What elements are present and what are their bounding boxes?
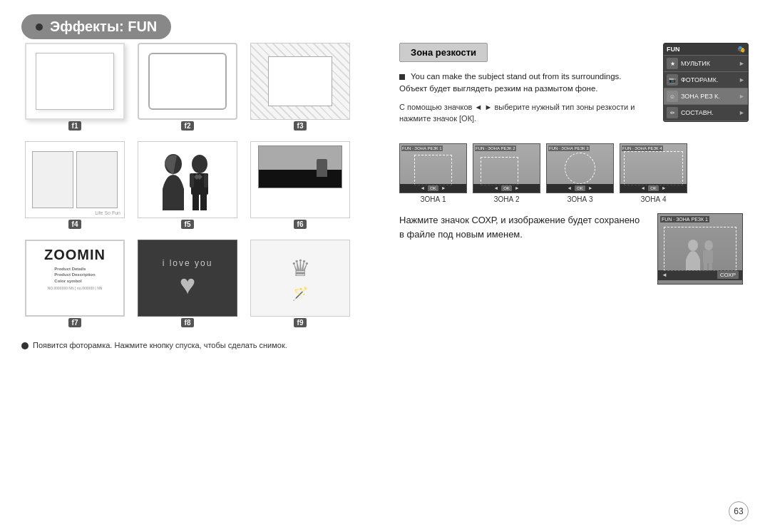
- final-save-btn[interactable]: СОХР: [717, 271, 739, 279]
- menu-item-multik[interactable]: ★ МУЛЬТИК ►: [664, 56, 748, 72]
- zone4-bottom-bar: ◄ OK ►: [620, 184, 687, 193]
- zone3-bg: FUN · ЗОНА РЕЗК 3 ◄ OK ►: [547, 144, 613, 193]
- page-container: Эффекты: FUN f1 f2: [0, 0, 770, 532]
- zone-caption-3: ЗОНА 3: [568, 195, 593, 203]
- svg-rect-5: [190, 173, 194, 188]
- zone-img-2: FUN · ЗОНА РЕЗК 2 ◄ OK ►: [473, 143, 540, 193]
- right-section: Зона резкости You can make the subject s…: [399, 43, 749, 285]
- zone-img-4: FUN · ЗОНА РЕЗК 4 ◄ OK ►: [620, 143, 687, 193]
- frame-label-f5: f5: [181, 220, 195, 229]
- zone3-arrow-right: ►: [588, 185, 593, 190]
- zones-row: FUN · ЗОНА РЕЗК 1 ◄ OK ► ЗОНА 1 FUN ·: [399, 143, 749, 203]
- frame-label-f1: f1: [68, 121, 82, 131]
- zone2-arrow-right: ►: [515, 185, 520, 190]
- zone3-ok-btn[interactable]: OK: [575, 185, 585, 191]
- menu-item-sostavhn[interactable]: ✏ СОСТАВН. ►: [664, 105, 748, 121]
- frame-box-f6: [250, 141, 350, 218]
- menu-label-photoframe: ФОТОРАМК.: [681, 76, 736, 83]
- zone2-arrow-left: ◄: [493, 185, 498, 190]
- frame-label-f4: f4: [68, 220, 82, 229]
- page-number: 63: [729, 501, 749, 521]
- header-dot: [36, 24, 43, 31]
- frame-label-f7: f7: [68, 318, 82, 327]
- photoframe-icon: 📷: [667, 74, 678, 86]
- menu-arrow-photoframe: ►: [739, 76, 745, 83]
- heart-decoration: i love you ♥: [163, 258, 213, 298]
- zone-item-2: FUN · ЗОНА РЕЗК 2 ◄ OK ► ЗОНА 2: [473, 143, 540, 203]
- frame-item-f1: f1: [21, 43, 128, 135]
- menu-item-zoneresk[interactable]: ☺ ЗОНА РЕЗ К. ►: [664, 88, 748, 105]
- zone-item-1: FUN · ЗОНА РЕЗК 1 ◄ OK ► ЗОНА 1: [399, 143, 467, 203]
- zone-item-4: FUN · ЗОНА РЕЗК 4 ◄ OK ► ЗОНА 4: [620, 143, 687, 203]
- page-title: Эффекты: FUN: [50, 19, 157, 35]
- frame-item-f6: f6: [247, 141, 354, 234]
- frame-label-f3: f3: [294, 121, 307, 131]
- zone4-dashed: [624, 151, 683, 185]
- save-section: Нажмите значок СОХР, и изображение будет…: [399, 213, 749, 285]
- frame-box-f8: i love you ♥: [138, 240, 237, 317]
- couple-silhouette: [138, 142, 237, 218]
- menu-label-multik: МУЛЬТИК: [681, 60, 736, 67]
- zone3-dashed-circle: [565, 153, 595, 184]
- sostavhn-icon: ✏: [667, 107, 678, 118]
- svg-rect-4: [200, 195, 207, 210]
- frame-label-f8: f8: [181, 318, 195, 327]
- frame-item-f5: f5: [134, 141, 241, 234]
- svg-rect-6: [204, 173, 208, 188]
- zone2-bottom-bar: ◄ OK ►: [473, 184, 540, 193]
- frame-box-f3: [250, 43, 350, 120]
- frame-box-f5: [138, 141, 237, 218]
- frame-item-f2: f2: [134, 43, 241, 135]
- menu-arrow-zoneresk: ►: [739, 93, 745, 100]
- header-bar: Эффекты: FUN: [21, 14, 171, 39]
- final-left-icon: ◄: [662, 272, 667, 278]
- final-top-text: FUN · ЗОНА РЕЗК 1: [660, 216, 709, 222]
- zone-img-1: FUN · ЗОНА РЕЗК 1 ◄ OK ►: [399, 143, 467, 193]
- frames-grid: f1 f2 f3: [21, 43, 371, 332]
- frame-item-f9: ♛ 🪄 f9: [247, 240, 354, 332]
- description-content: You can make the subject stand out from …: [399, 72, 622, 93]
- zone4-bg: FUN · ЗОНА РЕЗК 4 ◄ OK ►: [620, 144, 687, 193]
- zone2-ok-btn[interactable]: OK: [501, 185, 512, 191]
- bullet-icon: [21, 342, 29, 349]
- zone2-dashed: [481, 157, 518, 185]
- menu-arrow-sostavhn: ►: [739, 109, 745, 116]
- frame-box-f9: ♛ 🪄: [250, 240, 350, 317]
- frame-label-f9: f9: [294, 318, 307, 327]
- frame-item-f7: ZOOMIN Product DetailsProduct Descriptio…: [21, 240, 128, 332]
- zone1-arrow-left: ◄: [420, 185, 425, 190]
- zone4-ok-btn[interactable]: OK: [648, 185, 659, 191]
- instruction-text: С помощью значков ◄ ► выберите нужный ти…: [399, 101, 642, 125]
- zone1-ok-btn[interactable]: OK: [428, 185, 438, 191]
- menu-label-sostavhn: СОСТАВН.: [681, 109, 736, 116]
- zone-header: Зона резкости: [399, 43, 488, 62]
- frame3-inner: [268, 56, 332, 106]
- menu-screenshot: FUN 🎭 ★ МУЛЬТИК ► 📷 ФОТОРАМК. ► ☺ ЗОНА Р…: [663, 43, 749, 122]
- svg-point-1: [192, 155, 207, 173]
- zone-item-3: FUN · ЗОНА РЕЗК 3 ◄ OK ► ЗОНА 3: [546, 143, 614, 203]
- menu-fun-icon: 🎭: [737, 46, 745, 53]
- frame-item-f3: f3: [247, 43, 354, 135]
- frame4-panel-right: [76, 151, 118, 208]
- final-bottom-bar: ◄ СОХР: [658, 270, 742, 280]
- description-text: You can make the subject stand out from …: [399, 71, 642, 96]
- zone1-bottom-bar: ◄ OK ►: [400, 184, 466, 193]
- zone-img-3: FUN · ЗОНА РЕЗК 3 ◄ OK ►: [546, 143, 614, 193]
- frame-item-f8: i love you ♥ f8: [134, 240, 241, 332]
- crown-decoration: ♛ 🪄: [290, 255, 311, 302]
- zone2-top-text: FUN · ЗОНА РЕЗК 2: [475, 145, 516, 151]
- zone4-arrow-left: ◄: [640, 185, 645, 190]
- menu-item-photoframe[interactable]: 📷 ФОТОРАМК. ►: [664, 72, 748, 88]
- frame-box-f1: [25, 43, 125, 120]
- bottom-note: Появится фоторамка. Нажмите кнопку спуск…: [21, 341, 364, 349]
- frame-box-f7: ZOOMIN Product DetailsProduct Descriptio…: [25, 240, 125, 317]
- menu-label-zoneresk: ЗОНА РЕЗ К.: [681, 93, 736, 100]
- bullet-square-icon: [399, 74, 405, 80]
- zone3-bottom-bar: ◄ OK ►: [547, 184, 613, 193]
- frame-item-f4: Life So Fun f4: [21, 141, 128, 234]
- zoneresk-icon: ☺: [667, 91, 678, 102]
- multik-icon: ★: [667, 58, 678, 69]
- menu-arrow-multik: ►: [739, 60, 745, 67]
- svg-rect-3: [192, 195, 199, 210]
- zone1-top-text: FUN · ЗОНА РЕЗК 1: [401, 145, 443, 151]
